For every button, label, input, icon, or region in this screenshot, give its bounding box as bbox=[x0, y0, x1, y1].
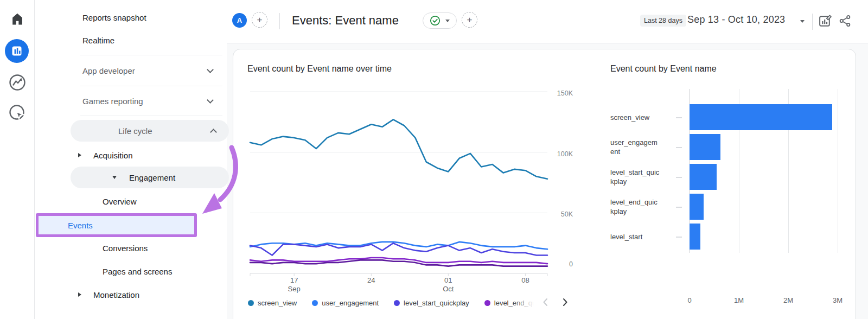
chevron-down-icon bbox=[207, 97, 214, 104]
collapse-triangle-icon bbox=[112, 176, 117, 179]
share-icon[interactable] bbox=[837, 12, 853, 29]
bar-category-label: screen_view bbox=[610, 104, 660, 130]
bar-x-tick-label: 1M bbox=[734, 296, 744, 304]
avatar-letter: A bbox=[237, 16, 242, 24]
add-report-button[interactable]: + bbox=[462, 12, 477, 28]
legend-dot bbox=[312, 300, 318, 306]
bar-category-label: level_start bbox=[610, 224, 660, 250]
line-chart-x-axis: 17Sep2401Oct08 bbox=[250, 276, 547, 296]
sidebar-item-reports-snapshot[interactable]: Reports snapshot bbox=[35, 9, 227, 26]
sidebar-item-label: Pages and screens bbox=[103, 267, 172, 276]
chevron-up-icon bbox=[210, 129, 217, 136]
x-tick-label: 08 bbox=[521, 276, 529, 285]
caret-down-icon bbox=[800, 20, 805, 23]
customize-report-icon[interactable] bbox=[817, 12, 833, 29]
bar-category-tick bbox=[676, 237, 682, 238]
y-tick-label: 150K bbox=[549, 90, 573, 97]
legend-dot bbox=[394, 300, 400, 306]
line-chart-y-axis: 150K100K50K0 bbox=[549, 92, 573, 273]
property-avatar[interactable]: A bbox=[232, 13, 247, 28]
events-highlight-box: Events bbox=[36, 213, 197, 237]
sidebar-section-label: App developer bbox=[82, 66, 135, 75]
sidebar-item-label: Reports snapshot bbox=[82, 13, 146, 22]
check-circle-icon bbox=[430, 15, 441, 26]
expand-triangle-icon bbox=[78, 153, 81, 157]
line-chart-legend: screen_viewuser_engagementlevel_start_qu… bbox=[248, 296, 538, 309]
line-series-level_start_quickplay bbox=[250, 243, 547, 255]
line-chart-plot bbox=[250, 92, 547, 273]
reports-sidebar: Reports snapshot Realtime App developer … bbox=[35, 0, 227, 319]
sidebar-item-label: Acquisition bbox=[93, 151, 133, 160]
sidebar-divider bbox=[80, 116, 222, 116]
bar-category-tick bbox=[676, 177, 682, 178]
sidebar-section-games-reporting[interactable]: Games reporting bbox=[35, 92, 227, 110]
x-tick-sublabel: Oct bbox=[443, 285, 454, 294]
sidebar-item-label: Monetization bbox=[93, 290, 139, 299]
bar-category-tick bbox=[676, 207, 682, 208]
legend-item-level_start_quickplay: level_start_quickplay bbox=[394, 299, 469, 307]
date-range-preset-label: Last 28 days bbox=[640, 15, 686, 27]
bar-level_start bbox=[690, 224, 700, 250]
home-icon[interactable] bbox=[8, 9, 27, 29]
reports-icon[interactable] bbox=[5, 39, 29, 63]
x-tick-label: 01 bbox=[443, 276, 454, 285]
bar-chart-plot bbox=[690, 85, 848, 258]
legend-item-screen_view: screen_view bbox=[248, 299, 297, 307]
sidebar-item-conversions[interactable]: Conversions bbox=[35, 239, 227, 257]
sidebar-section-app-developer[interactable]: App developer bbox=[35, 62, 227, 79]
bar-category-tick bbox=[676, 147, 682, 148]
bar-category-tick bbox=[676, 117, 682, 118]
sidebar-section-label: Life cycle bbox=[118, 126, 152, 136]
legend-item-user_engagement: user_engagement bbox=[312, 299, 379, 307]
legend-scroll-left-button[interactable] bbox=[539, 295, 553, 309]
sidebar-section-life-cycle[interactable]: Life cycle bbox=[71, 120, 229, 142]
bar-x-tick-label: 2M bbox=[783, 296, 793, 304]
sidebar-item-label: Engagement bbox=[129, 173, 175, 182]
date-range-selector[interactable]: Sep 13 - Oct 10, 2023 bbox=[687, 14, 785, 25]
x-tick-sublabel: Sep bbox=[288, 285, 301, 294]
report-header: A + Events: Event name + Last 28 days Se… bbox=[227, 0, 868, 43]
bar-gridline bbox=[838, 89, 838, 253]
sidebar-section-label: Games reporting bbox=[82, 97, 143, 106]
legend-label: level_end_quickplay bbox=[494, 299, 538, 307]
page-title: Events: Event name bbox=[292, 14, 399, 28]
x-tick: 08 bbox=[521, 276, 529, 285]
x-tick-label: 24 bbox=[367, 276, 375, 285]
y-tick-label: 0 bbox=[549, 260, 573, 268]
bar-chart-title: Event count by Event name bbox=[610, 64, 717, 74]
bar-chart-x-axis: 01M2M3M bbox=[690, 296, 848, 306]
report-content: Event count by Event name over time 150K… bbox=[227, 43, 868, 319]
sidebar-divider bbox=[80, 55, 222, 55]
ga4-events-report: Reports snapshot Realtime App developer … bbox=[0, 0, 868, 319]
sidebar-item-label: Events bbox=[39, 221, 93, 230]
advertising-icon[interactable] bbox=[8, 103, 27, 123]
legend-label: user_engagement bbox=[322, 299, 379, 307]
bar-user_engagement bbox=[690, 134, 720, 160]
bar-x-tick-label: 3M bbox=[833, 296, 843, 304]
y-tick-label: 100K bbox=[549, 150, 573, 158]
chevron-down-icon bbox=[207, 66, 214, 73]
caret-down-icon bbox=[445, 20, 450, 22]
charts-card: Event count by Event name over time 150K… bbox=[233, 49, 856, 319]
header-divider bbox=[812, 14, 813, 30]
explore-icon[interactable] bbox=[8, 73, 27, 92]
sidebar-item-monetization[interactable]: Monetization bbox=[35, 286, 227, 303]
bar-category-label: user_engagement bbox=[610, 134, 660, 160]
sidebar-item-label: Conversions bbox=[103, 244, 148, 253]
sidebar-item-events[interactable]: Events bbox=[39, 216, 194, 234]
sidebar-item-engagement[interactable]: Engagement bbox=[71, 167, 229, 188]
sidebar-item-acquisition[interactable]: Acquisition bbox=[35, 146, 227, 164]
legend-scroll-right-button[interactable] bbox=[558, 295, 572, 309]
sidebar-item-realtime[interactable]: Realtime bbox=[35, 31, 227, 49]
bar-x-tick-label: 0 bbox=[687, 296, 691, 304]
legend-label: screen_view bbox=[258, 299, 297, 307]
expand-triangle-icon bbox=[78, 292, 81, 297]
legend-dot bbox=[248, 300, 254, 306]
sidebar-item-overview[interactable]: Overview bbox=[35, 193, 227, 210]
report-status-dropdown[interactable] bbox=[423, 12, 457, 29]
x-tick-label: 17 bbox=[288, 276, 301, 285]
bar-level_start_quickplay bbox=[690, 164, 717, 190]
add-comparison-button[interactable]: + bbox=[252, 12, 267, 28]
x-tick: 24 bbox=[367, 276, 375, 285]
sidebar-item-pages-and-screens[interactable]: Pages and screens bbox=[35, 263, 227, 280]
